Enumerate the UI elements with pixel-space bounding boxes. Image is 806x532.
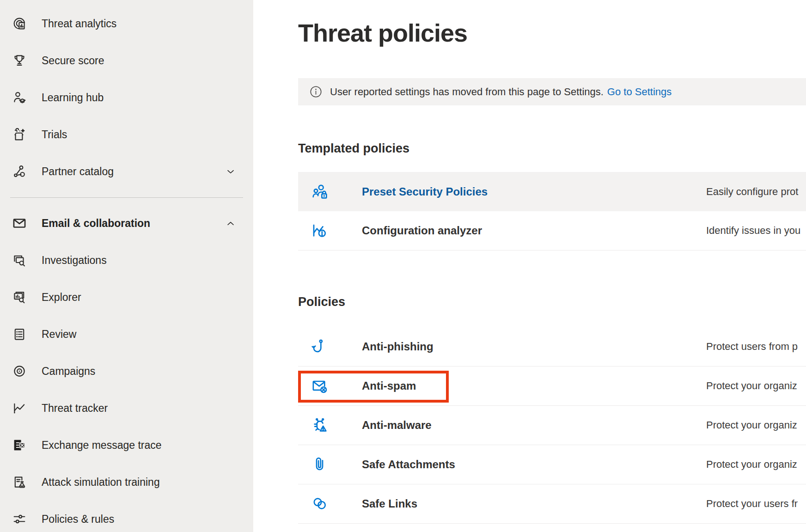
sidebar-item-review[interactable]: Review xyxy=(0,316,253,353)
sidebar-item-trials[interactable]: Trials xyxy=(0,116,253,153)
row-anti-malware[interactable]: Anti-malware Protect your organiz xyxy=(298,406,806,445)
chevron-up-icon[interactable] xyxy=(225,217,237,229)
banner-text: User reported settings has moved from th… xyxy=(330,86,604,98)
sidebar-item-campaigns[interactable]: Campaigns xyxy=(0,353,253,390)
templated-policies-heading: Templated policies xyxy=(298,141,409,156)
go-to-settings-link[interactable]: Go to Settings xyxy=(607,86,672,98)
sidebar-item-explorer[interactable]: Explorer xyxy=(0,279,253,316)
sidebar-item-label: Exchange message trace xyxy=(42,439,237,452)
row-description: Identify issues in you xyxy=(706,225,800,237)
policies-heading: Policies xyxy=(298,295,345,309)
sidebar-item-label: Email & collaboration xyxy=(42,217,211,230)
anti-malware-bug-icon xyxy=(311,416,329,434)
sidebar-item-label: Threat analytics xyxy=(42,18,237,30)
paperclip-icon xyxy=(311,455,329,474)
trophy-icon xyxy=(11,52,28,69)
row-configuration-analyzer[interactable]: Configuration analyzer Identify issues i… xyxy=(298,211,806,251)
sidebar-item-attack-simulation-training[interactable]: Attack simulation training xyxy=(0,464,253,501)
sidebar-item-threat-tracker[interactable]: Threat tracker xyxy=(0,390,253,427)
templated-policies-list: Preset Security Policies Easily configur… xyxy=(298,172,806,251)
sidebar-item-secure-score[interactable]: Secure score xyxy=(0,42,253,79)
row-label: Anti-phishing xyxy=(362,340,434,353)
configuration-analyzer-icon xyxy=(311,221,329,240)
sidebar-item-label: Attack simulation training xyxy=(42,476,237,489)
sidebar-nav: Threat analytics Secure score Learning h… xyxy=(0,0,253,532)
sidebar-item-email-collaboration[interactable]: Email & collaboration xyxy=(0,205,253,242)
partner-catalog-icon xyxy=(11,163,28,180)
row-description: Protect your users fr xyxy=(706,498,798,510)
row-anti-spam[interactable]: Anti-spam Protect your organiz xyxy=(298,367,806,406)
sidebar-item-policies-rules[interactable]: Policies & rules xyxy=(0,501,253,532)
threat-tracker-icon xyxy=(11,400,28,416)
policies-list: Anti-phishing Protect users from p Anti-… xyxy=(298,327,806,524)
row-description: Protect your organiz xyxy=(706,459,797,471)
threat-analytics-icon xyxy=(11,15,28,32)
exchange-icon xyxy=(11,437,28,453)
row-anti-phishing[interactable]: Anti-phishing Protect users from p xyxy=(298,327,806,367)
row-label: Safe Attachments xyxy=(362,458,455,471)
row-preset-security-policies[interactable]: Preset Security Policies Easily configur… xyxy=(298,172,806,211)
sidebar-item-label: Trials xyxy=(42,128,237,141)
main-content: Threat policies User reported settings h… xyxy=(253,0,806,532)
sidebar-item-exchange-message-trace[interactable]: Exchange message trace xyxy=(0,427,253,464)
sidebar-divider xyxy=(10,197,243,198)
review-icon xyxy=(11,326,28,342)
investigations-icon xyxy=(11,252,28,269)
info-icon xyxy=(310,86,322,98)
row-label: Anti-malware xyxy=(362,419,432,432)
campaigns-icon xyxy=(11,363,28,379)
safe-links-icon xyxy=(311,495,329,513)
sidebar-item-label: Secure score xyxy=(42,55,237,67)
filter-sliders-icon xyxy=(11,511,28,527)
sidebar-item-label: Explorer xyxy=(42,291,237,304)
row-label: Configuration analyzer xyxy=(362,224,482,237)
anti-spam-icon xyxy=(311,377,329,395)
row-safe-links[interactable]: Safe Links Protect your users fr xyxy=(298,484,806,524)
info-banner: User reported settings has moved from th… xyxy=(298,78,806,105)
chevron-down-icon[interactable] xyxy=(225,165,237,177)
sidebar-item-investigations[interactable]: Investigations xyxy=(0,242,253,279)
trials-icon xyxy=(11,126,28,143)
sidebar-item-label: Policies & rules xyxy=(42,513,237,526)
mail-icon xyxy=(11,215,28,232)
anti-phishing-hook-icon xyxy=(311,337,329,356)
sidebar-item-label: Campaigns xyxy=(42,365,237,378)
sidebar-item-partner-catalog[interactable]: Partner catalog xyxy=(0,153,253,190)
sidebar-item-label: Learning hub xyxy=(42,92,237,104)
row-description: Protect your organiz xyxy=(706,380,797,392)
sidebar-item-label: Threat tracker xyxy=(42,402,237,415)
row-label: Anti-spam xyxy=(362,379,416,392)
row-label: Safe Links xyxy=(362,497,417,510)
sidebar-item-threat-analytics[interactable]: Threat analytics xyxy=(0,5,253,42)
sidebar-item-label: Partner catalog xyxy=(42,165,211,178)
explorer-icon xyxy=(11,289,28,306)
page-title: Threat policies xyxy=(298,18,467,47)
preset-security-policies-icon xyxy=(311,183,329,201)
row-description: Protect your organiz xyxy=(706,419,797,431)
sidebar-item-label: Review xyxy=(42,328,237,341)
sidebar-item-learning-hub[interactable]: Learning hub xyxy=(0,79,253,116)
learning-hub-icon xyxy=(11,89,28,106)
attack-simulation-icon xyxy=(11,474,28,490)
row-description: Protect users from p xyxy=(706,341,798,353)
sidebar-item-label: Investigations xyxy=(42,254,237,267)
row-safe-attachments[interactable]: Safe Attachments Protect your organiz xyxy=(298,445,806,484)
row-description: Easily configure prot xyxy=(706,186,798,198)
row-label: Preset Security Policies xyxy=(362,185,488,198)
